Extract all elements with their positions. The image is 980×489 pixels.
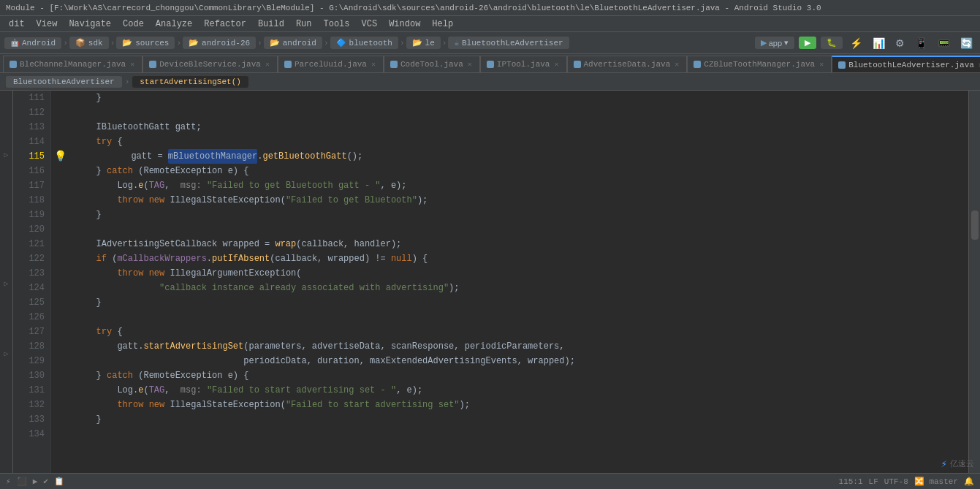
android26-icon: 📂 (189, 38, 199, 48)
code-line-117: Log.e(TAG, msg: "Failed to get Bluetooth… (54, 178, 968, 193)
method-tab[interactable]: startAdvertisingSet() (132, 76, 248, 88)
line-132: 132 (16, 398, 45, 412)
fold-icon-mid[interactable]: ▷ (4, 279, 8, 288)
method-bar: BluetoothLeAdvertiser › startAdvertising… (0, 73, 980, 91)
menu-tools[interactable]: Tools (318, 18, 356, 31)
menu-edit[interactable]: dit (3, 18, 31, 31)
bluetooth-icon: 🔷 (336, 38, 346, 48)
coverage-button[interactable]: ⚡ (847, 36, 865, 50)
settings-icon-btn[interactable]: ⚙ (892, 36, 908, 50)
line-124: 124 (16, 281, 45, 295)
menu-build[interactable]: Build (252, 18, 290, 31)
profile-button[interactable]: 📊 (870, 36, 888, 50)
menu-vcs[interactable]: VCS (356, 18, 384, 31)
code-line-125: } (54, 295, 968, 310)
class-tab[interactable]: BluetoothLeAdvertiser (6, 76, 122, 88)
menu-analyze[interactable]: Analyze (150, 18, 198, 31)
toolbar: 🤖 Android › 📦 sdk › 📂 sources › 📂 androi… (0, 32, 980, 54)
fold-icon-bot[interactable]: ▷ (4, 349, 8, 358)
line-numbers: 111 112 113 114 115 116 117 118 119 120 … (13, 91, 51, 489)
java-icon-3 (284, 61, 292, 68)
code-line-122: if (mCallbackWrappers.putIfAbsent(callba… (54, 251, 968, 266)
line-129: 129 (16, 354, 45, 368)
cursor-position: 115:1 (839, 477, 863, 486)
encoding: UTF-8 (884, 477, 908, 486)
breadcrumb-bluetooth[interactable]: 🔷 bluetooth (330, 37, 398, 49)
code-line-113: IBluetoothGatt gatt; (54, 120, 968, 134)
breadcrumb-android26[interactable]: 📂 android-26 (183, 37, 256, 49)
avd-manager-button[interactable]: 📟 (935, 36, 953, 50)
code-line-126 (54, 310, 968, 325)
code-line-127: try { (54, 325, 968, 339)
run-config-icon: ▶ (761, 38, 767, 48)
breadcrumb-le[interactable]: 📂 le (406, 37, 441, 49)
breadcrumb-sdk[interactable]: 📦 sdk (69, 37, 109, 49)
tab-advertise-data[interactable]: AdvertiseData.java ✕ (567, 56, 688, 72)
breadcrumb-file[interactable]: ☕ BluetoothLeAdvertiser (448, 37, 569, 49)
logcat-icon: 📋 (54, 477, 64, 486)
tab-device-ble-service[interactable]: DeviceBleService.java ✕ (143, 56, 278, 72)
breadcrumb-android[interactable]: 🤖 Android (4, 37, 61, 49)
title-bar: Module - [F:\Work\AS\carrecord_chonggou\… (0, 0, 980, 16)
tab-bluetooth-le-advertiser[interactable]: BluetoothLeAdvertiser.java ✕ (832, 56, 980, 72)
tab-ble-channel-manager[interactable]: BleChannelManager.java ✕ (3, 56, 143, 72)
menu-view[interactable]: View (31, 18, 64, 31)
line-113: 113 (16, 120, 45, 134)
line-ending: LF (869, 477, 878, 486)
watermark: ⚡ 亿速云 (941, 458, 974, 470)
close-tab-advertise[interactable]: ✕ (675, 60, 679, 69)
line-122: 122 (16, 251, 45, 266)
line-131: 131 (16, 383, 45, 398)
terminal-icon: ⬛ (17, 477, 27, 486)
android-folder-icon: 📂 (270, 38, 280, 48)
sync-button[interactable]: 🔄 (957, 36, 976, 50)
scrollbar-track[interactable] (969, 91, 980, 489)
code-line-120 (54, 222, 968, 237)
menu-code[interactable]: Code (117, 18, 150, 31)
bottom-left: ⚡ ⬛ ▶ ✔ 📋 (6, 477, 64, 486)
line-111: 111 (16, 91, 45, 105)
bottom-right: 115:1 LF UTF-8 🔀 master 🔔 (839, 477, 974, 486)
line-120: 120 (16, 222, 45, 237)
java-icon-5 (487, 61, 494, 68)
menu-window[interactable]: Window (383, 18, 426, 31)
close-tab-ip[interactable]: ✕ (554, 60, 558, 69)
menu-help[interactable]: Help (426, 18, 459, 31)
tab-parcel-uuid[interactable]: ParcelUuid.java ✕ (278, 56, 384, 72)
menu-run[interactable]: Run (290, 18, 318, 31)
git-branch: 🔀 master (914, 477, 958, 486)
notification-icon: 🔔 (964, 477, 974, 486)
close-tab-parcel[interactable]: ✕ (371, 60, 376, 69)
close-tab-code[interactable]: ✕ (468, 60, 472, 69)
tab-code-tool[interactable]: CodeTool.java ✕ (384, 56, 480, 72)
code-line-134 (54, 427, 968, 441)
debug-button[interactable]: 🐛 (821, 37, 843, 49)
code-line-119: } (54, 208, 968, 222)
watermark-logo: ⚡ (941, 458, 947, 470)
scrollbar-thumb[interactable] (971, 211, 979, 240)
line-114: 114 (16, 134, 45, 149)
file-icon: ☕ (454, 38, 459, 48)
close-tab-ble-channel[interactable]: ✕ (130, 60, 134, 69)
right-scrollbar[interactable] (968, 91, 980, 489)
fold-icon-top[interactable]: ▷ (4, 151, 8, 159)
close-tab-cz[interactable]: ✕ (819, 60, 824, 69)
line-112: 112 (16, 105, 45, 120)
menu-navigate[interactable]: Navigate (63, 18, 117, 31)
sdk-icon: 📦 (75, 38, 86, 48)
breadcrumb-sources[interactable]: 📂 sources (116, 37, 175, 49)
code-area[interactable]: } IBluetoothGatt gatt; try { 💡 gatt = mB… (51, 91, 968, 489)
lightbulb-icon[interactable]: 💡 (54, 149, 67, 164)
run-button[interactable]: ▶ (799, 37, 816, 49)
java-icon-8 (838, 61, 846, 69)
bottom-bar: ⚡ ⬛ ▶ ✔ 📋 115:1 LF UTF-8 🔀 master 🔔 (0, 473, 980, 489)
close-tab-device-ble[interactable]: ✕ (265, 60, 270, 69)
tab-ip-tool[interactable]: IPTool.java ✕ (480, 56, 567, 72)
sdk-manager-button[interactable]: 📱 (912, 36, 930, 50)
java-icon-4 (390, 61, 398, 68)
breadcrumb-android-folder[interactable]: 📂 android (264, 37, 322, 49)
menu-refactor[interactable]: Refactor (198, 18, 252, 31)
run-config-button[interactable]: ▶ app ▾ (755, 37, 794, 49)
code-line-121: IAdvertisingSetCallback wrapped = wrap(c… (54, 237, 968, 251)
tab-cz-bluetooth-manager[interactable]: CZBlueToothManager.java ✕ (687, 56, 832, 72)
